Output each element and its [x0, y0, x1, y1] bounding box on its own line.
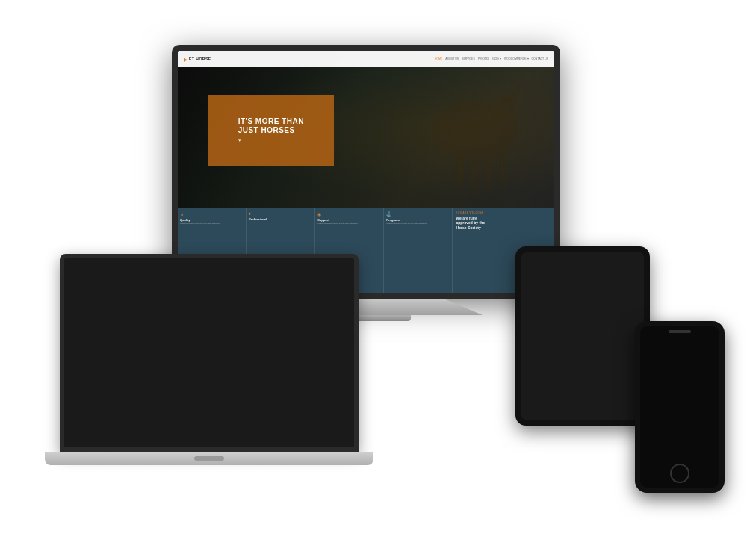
laptop-screen: ▶ ET HORSE HOME ABOUT US SERVICES PRICIN… — [64, 258, 354, 447]
svg-rect-3 — [471, 154, 477, 187]
welcome-label: YOU ARE WELCOME — [456, 211, 551, 214]
nav-pricing: PRICING — [478, 57, 489, 60]
feature-programs: ⚓ Programs Magna fermentum iaculis eu no… — [384, 208, 453, 293]
laptop-screen-wrapper: ▶ ET HORSE HOME ABOUT US SERVICES PRICIN… — [60, 254, 359, 452]
professional-icon: ♦ — [249, 211, 312, 216]
feature-quality-text: Magna fermentum iaculis eu non diam phas… — [180, 223, 244, 225]
svg-rect-5 — [499, 151, 506, 184]
tablet-screen: ▶ ET HORSE IT'S MORE THAN JUST HORSES — [521, 252, 644, 420]
logo-text: ET HORSE — [189, 57, 211, 61]
feature-professional-text: Magna fermentum iaculis eu non diam phas… — [249, 222, 312, 224]
tablet-body: ▶ ET HORSE IT'S MORE THAN JUST HORSES — [515, 246, 650, 426]
desktop-logo: ▶ ET HORSE — [184, 57, 211, 62]
support-icon: ◉ — [317, 211, 381, 217]
feature-professional-title: Professional — [249, 217, 312, 221]
nav-about: ABOUT US — [445, 57, 459, 60]
feature-support-title: Support — [317, 218, 381, 222]
phone-body: ▶ ET HORSE IT'S MORE THAN JUST HORSES — [635, 321, 725, 493]
desktop-nav-links: HOME ABOUT US SERVICES PRICING BLOG ▾ WO… — [435, 57, 548, 60]
scene: ▶ ET HORSE HOME ABOUT US SERVICES PRICIN… — [0, 0, 747, 560]
phone-device: ▶ ET HORSE IT'S MORE THAN JUST HORSES — [635, 321, 725, 493]
nav-woo: WOOCOMMERCE ▾ — [504, 57, 529, 60]
phone-screen: ▶ ET HORSE IT'S MORE THAN JUST HORSES — [640, 326, 719, 488]
feature-programs-title: Programs — [386, 218, 450, 222]
nav-services: SERVICES — [462, 57, 475, 60]
nav-blog: BLOG ▾ — [492, 57, 501, 60]
quality-icon: ★ — [180, 211, 244, 217]
svg-rect-4 — [485, 153, 492, 188]
feature-support-text: Magna fermentum iaculis eu non diam phas… — [317, 223, 381, 225]
feature-quality-title: Quality — [180, 218, 244, 222]
desktop-hero: IT'S MORE THAN JUST HORSES ▾ — [178, 51, 554, 208]
desktop-hero-heading: IT'S MORE THAN JUST HORSES ▾ — [208, 95, 334, 166]
welcome-heading: We are fully approved by the Horse Socie… — [456, 216, 551, 231]
hero-arrow-icon: ▾ — [238, 137, 304, 143]
svg-rect-2 — [456, 151, 463, 186]
desktop-nav: ▶ ET HORSE HOME ABOUT US SERVICES PRICIN… — [178, 51, 554, 67]
logo-arrow-icon: ▶ — [184, 57, 187, 62]
laptop-device: ▶ ET HORSE HOME ABOUT US SERVICES PRICIN… — [60, 254, 359, 485]
feature-programs-text: Magna fermentum iaculis eu non diam phas… — [386, 223, 450, 225]
horse-silhouette-icon — [347, 59, 554, 201]
tablet-device: ▶ ET HORSE IT'S MORE THAN JUST HORSES — [515, 246, 650, 426]
nav-home: HOME — [435, 57, 443, 60]
laptop-bottom — [45, 452, 374, 465]
programs-icon: ⚓ — [386, 211, 450, 217]
nav-contact: CONTACT US — [532, 57, 548, 60]
desktop-hero-title: IT'S MORE THAN JUST HORSES — [238, 117, 304, 135]
